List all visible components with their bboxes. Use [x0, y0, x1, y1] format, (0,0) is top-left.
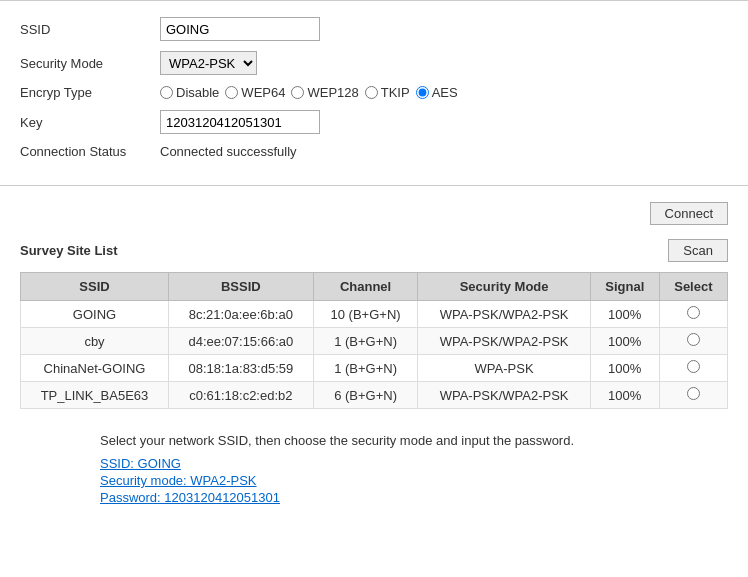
security-mode-row: Security Mode WPA2-PSK WPA-PSK WEP None	[20, 51, 728, 75]
cell-signal: 100%	[590, 355, 659, 382]
key-label: Key	[20, 115, 160, 130]
cell-ssid: TP_LINK_BA5E63	[21, 382, 169, 409]
key-row: Key	[20, 110, 728, 134]
security-mode-label: Security Mode	[20, 56, 160, 71]
cell-security_mode: WPA-PSK/WPA2-PSK	[418, 328, 590, 355]
encry-tkip-radio[interactable]	[365, 86, 378, 99]
select-radio-1[interactable]	[687, 333, 700, 346]
table-header: SSID BSSID Channel Security Mode Signal …	[21, 273, 728, 301]
col-select: Select	[659, 273, 727, 301]
security-mode-select[interactable]: WPA2-PSK WPA-PSK WEP None	[160, 51, 257, 75]
info-section: Select your network SSID, then choose th…	[0, 409, 748, 523]
cell-channel: 1 (B+G+N)	[313, 328, 418, 355]
table-row: cbyd4:ee:07:15:66:a01 (B+G+N)WPA-PSK/WPA…	[21, 328, 728, 355]
col-bssid: BSSID	[168, 273, 313, 301]
cell-ssid: ChinaNet-GOING	[21, 355, 169, 382]
encry-aes-option[interactable]: AES	[416, 85, 458, 100]
cell-select[interactable]	[659, 355, 727, 382]
col-ssid: SSID	[21, 273, 169, 301]
connect-button[interactable]: Connect	[650, 202, 728, 225]
survey-header: Survey Site List Scan	[0, 233, 748, 272]
survey-table: SSID BSSID Channel Security Mode Signal …	[20, 272, 728, 409]
cell-signal: 100%	[590, 301, 659, 328]
password-link[interactable]: Password: 1203120412051301	[100, 490, 728, 505]
cell-signal: 100%	[590, 382, 659, 409]
connection-status-label: Connection Status	[20, 144, 160, 159]
cell-signal: 100%	[590, 328, 659, 355]
encry-wep128-radio[interactable]	[291, 86, 304, 99]
cell-bssid: c0:61:18:c2:ed:b2	[168, 382, 313, 409]
col-channel: Channel	[313, 273, 418, 301]
cell-channel: 6 (B+G+N)	[313, 382, 418, 409]
ssid-label: SSID	[20, 22, 160, 37]
security-link[interactable]: Security mode: WPA2-PSK	[100, 473, 728, 488]
encry-tkip-option[interactable]: TKIP	[365, 85, 410, 100]
cell-channel: 1 (B+G+N)	[313, 355, 418, 382]
cell-channel: 10 (B+G+N)	[313, 301, 418, 328]
connection-status-value: Connected successfully	[160, 144, 297, 159]
select-radio-0[interactable]	[687, 306, 700, 319]
cell-bssid: 08:18:1a:83:d5:59	[168, 355, 313, 382]
select-radio-3[interactable]	[687, 387, 700, 400]
info-description: Select your network SSID, then choose th…	[100, 433, 728, 448]
encry-disable-radio[interactable]	[160, 86, 173, 99]
survey-title: Survey Site List	[20, 243, 118, 258]
table-row: ChinaNet-GOING08:18:1a:83:d5:591 (B+G+N)…	[21, 355, 728, 382]
encry-wep128-option[interactable]: WEP128	[291, 85, 358, 100]
table-row: TP_LINK_BA5E63c0:61:18:c2:ed:b26 (B+G+N)…	[21, 382, 728, 409]
cell-security_mode: WPA-PSK	[418, 355, 590, 382]
scan-button[interactable]: Scan	[668, 239, 728, 262]
cell-select[interactable]	[659, 301, 727, 328]
cell-security_mode: WPA-PSK/WPA2-PSK	[418, 382, 590, 409]
cell-select[interactable]	[659, 382, 727, 409]
connection-status-row: Connection Status Connected successfully	[20, 144, 728, 159]
connect-row: Connect	[0, 194, 748, 233]
survey-tbody: GOING8c:21:0a:ee:6b:a010 (B+G+N)WPA-PSK/…	[21, 301, 728, 409]
select-radio-2[interactable]	[687, 360, 700, 373]
col-signal: Signal	[590, 273, 659, 301]
encry-aes-radio[interactable]	[416, 86, 429, 99]
survey-table-wrapper: SSID BSSID Channel Security Mode Signal …	[20, 272, 728, 409]
cell-ssid: cby	[21, 328, 169, 355]
encry-wep64-option[interactable]: WEP64	[225, 85, 285, 100]
key-input[interactable]	[160, 110, 320, 134]
cell-bssid: d4:ee:07:15:66:a0	[168, 328, 313, 355]
cell-select[interactable]	[659, 328, 727, 355]
cell-ssid: GOING	[21, 301, 169, 328]
encry-wep64-radio[interactable]	[225, 86, 238, 99]
encry-radio-group: Disable WEP64 WEP128 TKIP AES	[160, 85, 458, 100]
encry-type-row: Encryp Type Disable WEP64 WEP128 TKIP AE…	[20, 85, 728, 100]
cell-bssid: 8c:21:0a:ee:6b:a0	[168, 301, 313, 328]
encry-type-label: Encryp Type	[20, 85, 160, 100]
ssid-link[interactable]: SSID: GOING	[100, 456, 728, 471]
col-security-mode: Security Mode	[418, 273, 590, 301]
encry-disable-option[interactable]: Disable	[160, 85, 219, 100]
cell-security_mode: WPA-PSK/WPA2-PSK	[418, 301, 590, 328]
ssid-row: SSID	[20, 17, 728, 41]
table-row: GOING8c:21:0a:ee:6b:a010 (B+G+N)WPA-PSK/…	[21, 301, 728, 328]
ssid-input[interactable]	[160, 17, 320, 41]
